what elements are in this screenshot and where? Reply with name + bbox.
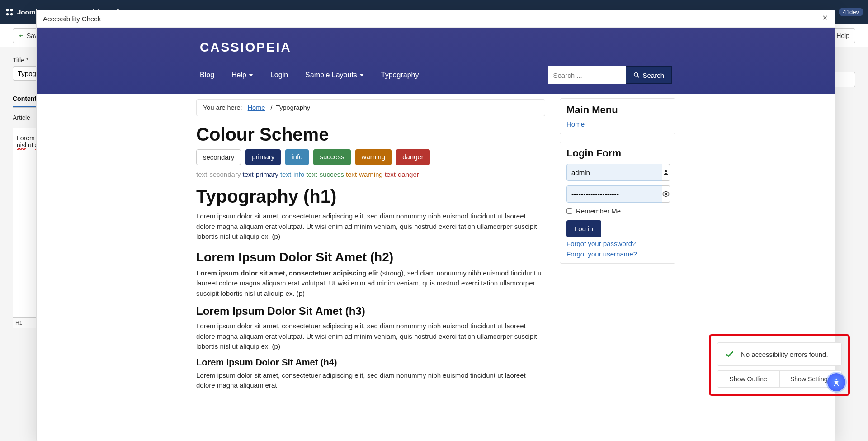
modal-close-button[interactable]: [821, 14, 829, 24]
badge-row: secondary primary info success warning d…: [196, 149, 545, 165]
remember-checkbox[interactable]: [566, 208, 572, 214]
svg-point-7: [665, 193, 667, 195]
heading-h3: Lorem Ipsum Dolor Sit Amet (h3): [196, 305, 545, 318]
site-brand[interactable]: CASSIOPEIA: [197, 28, 675, 61]
joomla-icon: [5, 7, 14, 17]
breadcrumb-home[interactable]: Home: [248, 104, 265, 111]
search-icon: [633, 72, 640, 78]
check-icon: [725, 349, 735, 359]
badge-warning: warning: [355, 149, 392, 165]
badge-secondary: secondary: [196, 149, 241, 165]
article-main: You are here: Home / Typography Colour S…: [196, 98, 545, 394]
nav-help[interactable]: Help: [231, 71, 253, 79]
paragraph-2: Lorem ipsum dolor sit amet, consectetuer…: [196, 268, 545, 299]
badge-danger: danger: [396, 149, 430, 165]
accessibility-modal: Accessibility Check CASSIOPEIA Blog Help…: [36, 10, 835, 441]
nav-blog[interactable]: Blog: [200, 71, 214, 79]
breadcrumb: You are here: Home / Typography: [196, 99, 545, 116]
svg-point-1: [10, 9, 13, 11]
accessibility-buttons: Show Outline Show Settings: [717, 370, 842, 388]
username-input[interactable]: [566, 164, 662, 181]
modal-body[interactable]: CASSIOPEIA Blog Help Login Sample Layout…: [37, 28, 835, 441]
svg-point-8: [835, 379, 837, 380]
login-form-box: Login Form: [560, 142, 675, 264]
heading-colour-scheme: Colour Scheme: [196, 124, 545, 145]
menu-home-link[interactable]: Home: [566, 120, 585, 128]
search-button[interactable]: Search: [626, 66, 672, 84]
show-outline-button[interactable]: Show Outline: [717, 371, 779, 387]
password-input[interactable]: [566, 185, 662, 203]
show-password-button[interactable]: [662, 185, 670, 203]
paragraph-4: Lorem ipsum dolor sit amet, consectetuer…: [196, 370, 545, 391]
svg-point-0: [6, 9, 9, 11]
badge-primary: primary: [245, 149, 281, 165]
badge-info: info: [285, 149, 309, 165]
nav-samples[interactable]: Sample Layouts: [305, 71, 364, 79]
close-icon: [821, 14, 829, 21]
main-menu-box: Main Menu Home: [560, 98, 675, 134]
eye-icon: [662, 190, 670, 198]
heading-h1: Typography (h1): [196, 186, 545, 207]
svg-point-6: [665, 170, 667, 172]
site-search: Search: [548, 66, 672, 84]
breadcrumb-current: Typography: [276, 104, 310, 111]
user-badge[interactable]: 41dev: [839, 8, 863, 16]
nav-login[interactable]: Login: [270, 71, 288, 79]
svg-point-3: [10, 13, 13, 15]
remember-me[interactable]: Remember Me: [566, 207, 669, 215]
accessibility-icon: [831, 377, 841, 387]
user-icon: [662, 164, 670, 181]
sidebar: Main Menu Home Login Form: [560, 98, 675, 394]
paragraph-1: Lorem ipsum dolor sit amet, consectetuer…: [196, 211, 545, 242]
main-menu-title: Main Menu: [566, 104, 669, 116]
search-input[interactable]: [548, 66, 626, 84]
svg-point-2: [6, 13, 9, 15]
svg-point-5: [634, 73, 638, 76]
badge-success: success: [313, 149, 350, 165]
text-row: text-secondary text-primary text-info te…: [196, 171, 545, 178]
chevron-down-icon: [249, 74, 253, 76]
login-button[interactable]: Log in: [566, 220, 601, 237]
paragraph-3: Lorem ipsum dolor sit amet, consectetuer…: [196, 321, 545, 352]
accessibility-message: No accessibility errors found.: [741, 351, 828, 358]
save-icon: [19, 33, 24, 38]
forgot-username-link[interactable]: Forgot your username?: [566, 250, 669, 258]
forgot-password-link[interactable]: Forgot your password?: [566, 240, 669, 247]
main-nav: Blog Help Login Sample Layouts Typograph…: [197, 61, 675, 94]
login-form-title: Login Form: [566, 147, 669, 159]
nav-typography[interactable]: Typography: [381, 71, 419, 79]
chevron-down-icon: [359, 74, 364, 76]
editor-path: H1: [15, 320, 22, 326]
tab-content[interactable]: Content: [13, 91, 37, 107]
modal-title: Accessibility Check: [43, 15, 101, 23]
accessibility-toast: No accessibility errors found.: [717, 342, 842, 366]
heading-h4: Lorem Ipsum Dolor Sit Amet (h4): [196, 357, 545, 368]
site-header: CASSIOPEIA Blog Help Login Sample Layout…: [37, 28, 835, 94]
heading-h2: Lorem Ipsum Dolor Sit Amet (h2): [196, 250, 545, 265]
accessibility-fab[interactable]: [827, 373, 845, 391]
